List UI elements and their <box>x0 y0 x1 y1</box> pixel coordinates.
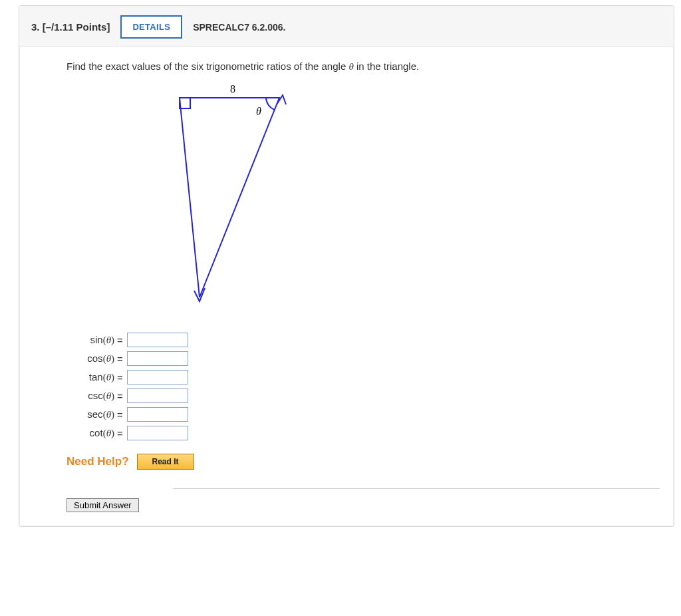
cos-input[interactable] <box>127 351 188 366</box>
svg-rect-1 <box>180 98 190 108</box>
tan-input[interactable] <box>127 370 188 385</box>
triangle-svg: 8 θ 15 <box>173 84 313 304</box>
answer-rows: sin(θ) = cos(θ) = tan(θ) = csc(θ) = sec(… <box>67 333 660 440</box>
cot-input[interactable] <box>127 426 188 440</box>
question-container: 3. [–/1.11 Points] DETAILS SPRECALC7 6.2… <box>19 5 674 527</box>
figure-top-label: 8 <box>230 84 235 94</box>
figure-angle-label: θ <box>256 106 261 117</box>
answer-row-csc: csc(θ) = <box>67 388 660 403</box>
sin-input[interactable] <box>127 333 188 347</box>
answer-row-tan: tan(θ) = <box>67 370 660 385</box>
csc-input[interactable] <box>127 388 188 403</box>
need-help-row: Need Help? Read It <box>67 454 660 470</box>
divider <box>173 488 660 489</box>
triangle-figure: 8 θ 15 <box>173 84 660 306</box>
submit-answer-button[interactable]: Submit Answer <box>67 498 139 512</box>
question-body: Find the exact values of the six trigono… <box>19 47 674 526</box>
question-header: 3. [–/1.11 Points] DETAILS SPRECALC7 6.2… <box>19 6 674 47</box>
answer-row-sin: sin(θ) = <box>67 333 660 347</box>
answer-row-sec: sec(θ) = <box>67 407 660 422</box>
need-help-label: Need Help? <box>67 455 129 468</box>
answer-row-cot: cot(θ) = <box>67 426 660 440</box>
question-source: SPRECALC7 6.2.006. <box>193 22 285 33</box>
question-number: 3. [–/1.11 Points] <box>31 21 110 33</box>
read-it-button[interactable]: Read It <box>137 454 194 470</box>
answer-row-cos: cos(θ) = <box>67 351 660 366</box>
details-button[interactable]: DETAILS <box>120 15 182 39</box>
sec-input[interactable] <box>127 407 188 422</box>
svg-marker-0 <box>180 98 279 297</box>
question-prompt: Find the exact values of the six trigono… <box>67 61 660 73</box>
